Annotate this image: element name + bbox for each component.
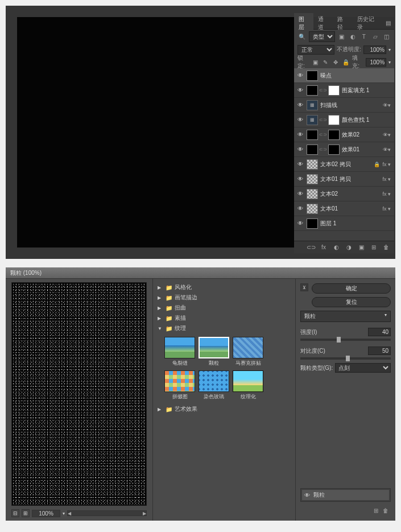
- contrast-value[interactable]: 50: [368, 347, 391, 355]
- gallery-item[interactable]: 马赛克拼贴: [233, 337, 263, 367]
- eye-icon[interactable]: 👁: [296, 131, 304, 138]
- zoom-flyout-icon[interactable]: ▾: [63, 511, 65, 516]
- footer-icon[interactable]: fx: [319, 243, 328, 252]
- layer-row[interactable]: 👁文本02 拷贝🔒fx ▾: [294, 157, 394, 172]
- eye-icon[interactable]: 👁: [296, 87, 304, 93]
- eye-icon[interactable]: 👁: [296, 176, 304, 182]
- gallery-column: ▶📁风格化▶📁画笔描边▶📁扭曲▶📁素描▼📁纹理龟裂缝颗粒马赛克拼贴拼缀图染色玻璃…: [152, 279, 296, 521]
- intensity-label: 强度(I): [300, 328, 317, 336]
- layer-thumbs: ▦⊂⊃: [307, 115, 340, 125]
- zoom-out-button[interactable]: ⊟: [11, 509, 19, 517]
- preview-scrollbar[interactable]: [67, 510, 147, 516]
- category-row[interactable]: ▶📁艺术效果: [155, 404, 293, 414]
- category-row[interactable]: ▶📁素描: [155, 313, 293, 323]
- eye-icon[interactable]: 👁: [296, 205, 304, 212]
- lock-all-icon[interactable]: 🔒: [342, 57, 350, 67]
- fill-flyout-icon[interactable]: ▾: [388, 60, 391, 65]
- layer-row[interactable]: 👁⊂⊃图案填充 1: [294, 83, 394, 98]
- effect-layer-row[interactable]: 👁 颗粒: [302, 490, 389, 500]
- fx-indicator[interactable]: fx ▾: [382, 206, 391, 212]
- category-label: 纹理: [175, 324, 186, 332]
- category-label: 扭曲: [175, 304, 186, 312]
- new-effect-icon[interactable]: ⊞: [374, 508, 378, 514]
- gallery-item[interactable]: 龟裂缝: [164, 337, 195, 367]
- delete-effect-icon[interactable]: 🗑: [383, 508, 388, 514]
- filter-shape-icon[interactable]: ▱: [371, 32, 380, 41]
- collapse-icon[interactable]: 👁▾: [383, 102, 391, 108]
- eye-icon[interactable]: 👁: [296, 146, 304, 152]
- grain-type-row: 颗粒类型(G): 点刻: [300, 363, 391, 373]
- eye-icon[interactable]: 👁: [296, 220, 304, 226]
- fx-indicator[interactable]: fx ▾: [382, 191, 391, 197]
- fx-indicator[interactable]: fx ▾: [382, 176, 391, 182]
- lock-transparent-icon[interactable]: ▣: [311, 57, 319, 67]
- filter-adjust-icon[interactable]: ◐: [348, 32, 357, 41]
- footer-icon[interactable]: ◑: [344, 243, 353, 252]
- layer-row[interactable]: 👁▦扫描线👁▾: [294, 98, 394, 113]
- eye-icon[interactable]: 👁: [296, 72, 304, 79]
- filter-image-icon[interactable]: ▣: [337, 32, 346, 41]
- collapse-icon[interactable]: 👁▾: [383, 147, 391, 152]
- opacity-label: 不透明度:: [337, 46, 361, 53]
- category-row[interactable]: ▶📁风格化: [155, 282, 293, 292]
- filter-text-icon[interactable]: T: [359, 32, 369, 41]
- gallery-item[interactable]: 染色玻璃: [199, 370, 229, 401]
- collapse-icon[interactable]: 👁▾: [383, 132, 391, 138]
- layer-row[interactable]: 👁文本01 拷贝fx ▾: [294, 172, 394, 187]
- filter-preview[interactable]: [11, 282, 147, 506]
- blend-mode-select[interactable]: 正常: [297, 45, 334, 55]
- eye-icon[interactable]: 👁: [296, 161, 304, 167]
- fill-value[interactable]: 100%: [366, 58, 386, 67]
- zoom-value[interactable]: 100%: [32, 510, 60, 517]
- document-canvas[interactable]: [17, 17, 294, 248]
- opacity-flyout-icon[interactable]: ▾: [388, 47, 391, 52]
- layer-thumb: [307, 145, 318, 155]
- layer-row[interactable]: 👁文本02fx ▾: [294, 187, 394, 201]
- category-row[interactable]: ▶📁扭曲: [155, 303, 293, 313]
- layer-row[interactable]: 👁▦⊂⊃颜色查找 1: [294, 113, 394, 127]
- layer-row[interactable]: 👁⊂⊃效果02👁▾: [294, 127, 394, 142]
- layer-row[interactable]: 👁图层 1: [294, 216, 394, 231]
- lock-icon: 🔒: [374, 162, 380, 167]
- category-row[interactable]: ▶📁画笔描边: [155, 292, 293, 303]
- collapse-gallery-icon[interactable]: ⊻: [300, 283, 308, 291]
- reset-button[interactable]: 复位: [312, 297, 391, 307]
- fx-indicator[interactable]: fx ▾: [382, 162, 391, 167]
- layer-thumb: [328, 145, 340, 155]
- footer-icon[interactable]: ◐: [332, 243, 341, 252]
- gallery-item[interactable]: 纹理化: [233, 370, 263, 401]
- panel-menu-icon[interactable]: ▤: [382, 20, 394, 26]
- lock-paint-icon[interactable]: ✎: [321, 57, 329, 67]
- opacity-value[interactable]: 100%: [363, 46, 386, 54]
- footer-icon[interactable]: 🗑: [382, 243, 391, 252]
- intensity-value[interactable]: 40: [368, 328, 391, 336]
- gallery-item[interactable]: 颗粒: [199, 337, 229, 367]
- lock-move-icon[interactable]: ✥: [332, 57, 340, 67]
- ok-button[interactable]: 确定: [312, 283, 391, 294]
- footer-icon[interactable]: ⊞: [369, 243, 378, 252]
- contrast-track[interactable]: [300, 357, 391, 360]
- eye-icon[interactable]: 👁: [296, 117, 304, 123]
- intensity-track[interactable]: [300, 339, 391, 341]
- footer-icon[interactable]: ⊂⊃: [307, 243, 316, 252]
- layer-name: 图案填充 1: [342, 86, 392, 94]
- category-row[interactable]: ▼📁纹理: [155, 323, 293, 333]
- layer-row[interactable]: 👁噪点: [294, 68, 394, 83]
- eye-icon[interactable]: 👁: [296, 102, 304, 108]
- filter-name-select[interactable]: 颗粒: [300, 311, 391, 322]
- layer-row[interactable]: 👁⊂⊃效果01👁▾: [294, 142, 394, 157]
- footer-icon[interactable]: ▣: [357, 243, 366, 252]
- eye-icon[interactable]: 👁: [304, 492, 310, 498]
- zoom-in-button[interactable]: ⊞: [22, 509, 30, 517]
- grain-type-select[interactable]: 点刻: [335, 363, 391, 373]
- filter-type-select[interactable]: 类型: [309, 31, 335, 42]
- eye-icon[interactable]: 👁: [296, 191, 304, 197]
- layer-thumb: [307, 159, 318, 170]
- gallery-label: 龟裂缝: [164, 360, 195, 367]
- layer-row[interactable]: 👁文本01fx ▾: [294, 201, 394, 216]
- contrast-label: 对比度(C): [300, 347, 325, 355]
- filter-smart-icon[interactable]: ◫: [382, 32, 391, 41]
- preview-column: ⊟ ⊞ 100% ▾: [6, 279, 152, 521]
- gallery-item[interactable]: 拼缀图: [164, 370, 195, 401]
- layer-thumbs: ⊂⊃: [307, 145, 340, 155]
